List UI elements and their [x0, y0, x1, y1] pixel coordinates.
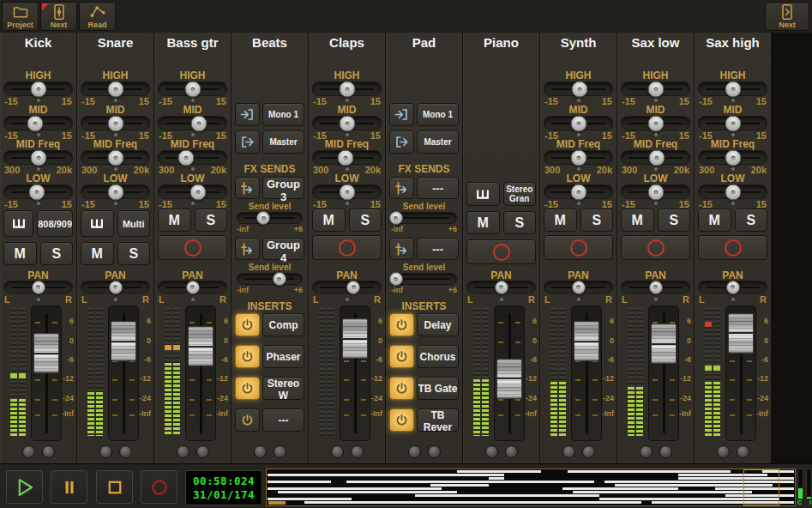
- insert-power-button[interactable]: [389, 313, 414, 336]
- fader-cap[interactable]: [496, 359, 522, 399]
- eq-mid-slider[interactable]: [544, 116, 613, 130]
- slider-knob[interactable]: [647, 81, 664, 97]
- slider-knob[interactable]: [726, 281, 740, 294]
- volume-fader[interactable]: [648, 305, 679, 441]
- project-button[interactable]: Project: [2, 2, 39, 31]
- slider-knob[interactable]: [186, 281, 200, 294]
- insert-power-button[interactable]: [389, 345, 414, 368]
- insert-effect-button[interactable]: Phaser: [262, 345, 304, 368]
- eq-mid-slider[interactable]: [621, 116, 690, 130]
- slider-knob[interactable]: [189, 184, 206, 200]
- eq-high-slider[interactable]: [544, 82, 613, 96]
- record-button[interactable]: [141, 470, 177, 504]
- keyboard-button[interactable]: [466, 182, 500, 206]
- eq-low-slider[interactable]: [698, 184, 767, 199]
- solo-button[interactable]: S: [349, 209, 382, 232]
- eq-low-slider[interactable]: [81, 184, 150, 199]
- volume-fader[interactable]: [571, 305, 602, 441]
- fx-send-button[interactable]: [235, 238, 260, 260]
- slider-knob[interactable]: [725, 149, 741, 166]
- pan-slider[interactable]: [698, 281, 767, 293]
- send-level-slider[interactable]: [237, 212, 303, 224]
- slider-knob[interactable]: [570, 115, 586, 131]
- fx-send-dest-button[interactable]: ---: [417, 177, 459, 199]
- slider-knob[interactable]: [256, 211, 270, 225]
- slider-knob[interactable]: [30, 149, 46, 166]
- solo-button[interactable]: S: [195, 209, 228, 232]
- insert-power-button[interactable]: [235, 345, 260, 368]
- pan-slider[interactable]: [621, 281, 690, 293]
- insert-effect-button[interactable]: ---: [262, 408, 304, 432]
- output-routing-button[interactable]: [235, 130, 260, 154]
- fader-cap[interactable]: [111, 321, 136, 361]
- solo-button[interactable]: S: [735, 209, 768, 232]
- fader-cap[interactable]: [728, 313, 754, 354]
- eq-mid-slider[interactable]: [698, 116, 767, 130]
- fader-cap[interactable]: [188, 326, 214, 366]
- eq-mid-slider[interactable]: [312, 116, 382, 130]
- pause-button[interactable]: [51, 470, 87, 504]
- eq-high-slider[interactable]: [81, 82, 150, 96]
- send-level-slider[interactable]: [391, 212, 457, 224]
- slider-knob[interactable]: [32, 281, 45, 294]
- input-source-button[interactable]: Mono 1: [262, 103, 304, 126]
- fader-cap[interactable]: [574, 321, 599, 361]
- mute-button[interactable]: M: [81, 242, 114, 265]
- eq-midfreq-slider[interactable]: [544, 150, 613, 165]
- input-routing-button[interactable]: [235, 103, 260, 126]
- solo-button[interactable]: S: [40, 242, 74, 265]
- slider-knob[interactable]: [177, 149, 194, 166]
- fx-send-button[interactable]: [389, 238, 414, 260]
- fx-send-dest-button[interactable]: Group 4: [262, 238, 304, 260]
- insert-effect-button[interactable]: Stereo W: [262, 377, 304, 400]
- eq-high-slider[interactable]: [312, 82, 382, 96]
- slider-knob[interactable]: [27, 115, 44, 131]
- slider-knob[interactable]: [725, 115, 741, 131]
- mute-button[interactable]: M: [158, 209, 191, 232]
- eq-low-slider[interactable]: [312, 184, 382, 199]
- slider-knob[interactable]: [570, 149, 586, 166]
- slider-knob[interactable]: [339, 115, 355, 131]
- stop-button[interactable]: [96, 470, 133, 504]
- slider-knob[interactable]: [337, 149, 353, 166]
- fader-cap[interactable]: [342, 318, 368, 359]
- preset-button[interactable]: Multi: [117, 210, 151, 237]
- eq-mid-slider[interactable]: [81, 116, 150, 130]
- slider-knob[interactable]: [649, 281, 663, 294]
- keyboard-button[interactable]: [81, 210, 114, 237]
- mute-button[interactable]: M: [698, 209, 731, 232]
- slider-knob[interactable]: [647, 115, 664, 131]
- keyboard-button[interactable]: [3, 210, 33, 237]
- slider-knob[interactable]: [107, 81, 123, 97]
- pan-slider[interactable]: [3, 281, 73, 293]
- eq-low-slider[interactable]: [621, 184, 690, 199]
- slider-knob[interactable]: [572, 281, 586, 294]
- eq-mid-slider[interactable]: [158, 116, 227, 130]
- solo-button[interactable]: S: [658, 209, 691, 232]
- eq-high-slider[interactable]: [698, 82, 767, 96]
- eq-low-slider[interactable]: [158, 184, 227, 199]
- slider-knob[interactable]: [389, 272, 403, 286]
- next-screen-button[interactable]: Next: [765, 2, 809, 31]
- insert-effect-button[interactable]: TB Rever: [417, 408, 459, 432]
- volume-fader[interactable]: [494, 305, 525, 441]
- insert-power-button[interactable]: [235, 313, 260, 336]
- eq-midfreq-slider[interactable]: [312, 150, 382, 165]
- fx-send-dest-button[interactable]: Group 3: [262, 177, 304, 199]
- eq-high-slider[interactable]: [158, 82, 227, 96]
- fx-send-button[interactable]: [389, 177, 414, 199]
- solo-button[interactable]: S: [503, 211, 537, 234]
- eq-midfreq-slider[interactable]: [81, 150, 150, 165]
- output-routing-button[interactable]: [389, 130, 414, 154]
- slider-knob[interactable]: [725, 184, 741, 200]
- pan-slider[interactable]: [81, 281, 150, 293]
- insert-effect-button[interactable]: TB Gate: [417, 377, 459, 400]
- solo-button[interactable]: S: [117, 242, 151, 265]
- mute-button[interactable]: M: [544, 209, 577, 232]
- pan-slider[interactable]: [466, 281, 536, 293]
- mute-button[interactable]: M: [312, 209, 346, 232]
- record-arm-button[interactable]: [466, 239, 536, 264]
- eq-mid-slider[interactable]: [3, 116, 73, 130]
- slider-knob[interactable]: [191, 115, 208, 131]
- insert-power-button[interactable]: [235, 408, 260, 432]
